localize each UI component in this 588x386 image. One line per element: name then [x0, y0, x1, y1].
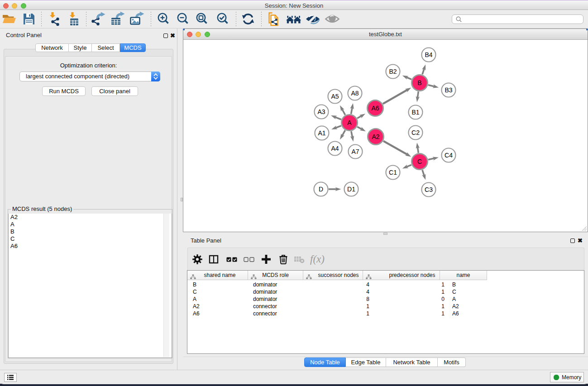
svg-text:A4: A4	[331, 145, 339, 152]
svg-text:A: A	[347, 119, 352, 126]
svg-text:C: C	[417, 158, 422, 165]
svg-text:C4: C4	[445, 152, 453, 159]
svg-text:A1: A1	[318, 129, 325, 137]
svg-text:A6: A6	[371, 105, 379, 112]
svg-text:A7: A7	[351, 148, 359, 155]
svg-text:C1: C1	[389, 169, 397, 176]
svg-text:A3: A3	[317, 108, 325, 115]
svg-text:C2: C2	[411, 129, 420, 136]
svg-text:B1: B1	[411, 109, 419, 116]
svg-text:A2: A2	[372, 133, 379, 140]
svg-text:A5: A5	[331, 93, 339, 100]
svg-text:C3: C3	[425, 186, 433, 193]
svg-text:B2: B2	[389, 68, 397, 75]
svg-text:B: B	[417, 79, 421, 86]
svg-text:D: D	[319, 186, 323, 193]
svg-text:D1: D1	[347, 186, 355, 193]
svg-text:A8: A8	[351, 90, 359, 97]
svg-text:B4: B4	[425, 51, 432, 58]
svg-text:B3: B3	[445, 86, 452, 94]
